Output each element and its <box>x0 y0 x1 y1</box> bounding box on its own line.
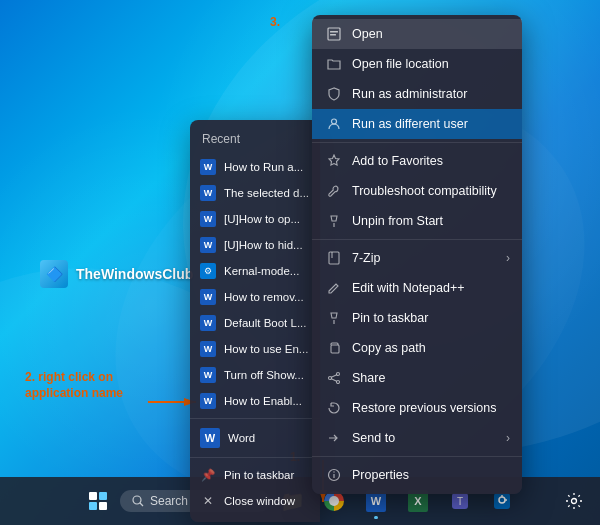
step3-label: 3. <box>270 15 280 31</box>
recent-item[interactable]: W Default Boot L... <box>190 310 320 336</box>
word-icon: W <box>200 315 216 331</box>
zip-icon <box>326 250 342 266</box>
user-icon <box>326 116 342 132</box>
ctx-restore-versions[interactable]: Restore previous versions <box>312 393 522 423</box>
word-icon: W <box>200 289 216 305</box>
pin-to-taskbar-item[interactable]: 📌 Pin to taskbar <box>190 462 320 488</box>
recent-item[interactable]: W [U]How to op... <box>190 206 320 232</box>
svg-point-16 <box>337 373 340 376</box>
taskbar-right <box>558 485 590 517</box>
pin-icon: 📌 <box>200 467 216 483</box>
open-icon <box>326 26 342 42</box>
unpin-icon <box>326 213 342 229</box>
share-icon <box>326 370 342 386</box>
ctx-edit-notepad[interactable]: Edit with Notepad++ <box>312 273 522 303</box>
properties-icon <box>326 467 342 483</box>
copy-icon <box>326 340 342 356</box>
ctx-properties[interactable]: Properties <box>312 460 522 490</box>
svg-text:T: T <box>457 496 463 507</box>
svg-line-25 <box>140 503 143 506</box>
menu-divider <box>312 142 522 143</box>
ctx-run-admin[interactable]: Run as administrator <box>312 79 522 109</box>
windows-start-button[interactable] <box>78 481 118 521</box>
word-icon: W <box>200 393 216 409</box>
svg-point-32 <box>572 499 577 504</box>
svg-point-17 <box>329 377 332 380</box>
folder-icon <box>326 56 342 72</box>
divider <box>190 418 320 419</box>
ctx-run-different-user[interactable]: Run as different user <box>312 109 522 139</box>
brand-name: TheWindowsClub <box>76 266 193 282</box>
recent-panel: Recent W How to Run a... W The selected … <box>190 120 320 522</box>
svg-point-24 <box>133 496 141 504</box>
kernal-icon: ⚙ <box>200 263 216 279</box>
word-pinned-item[interactable]: W Word <box>190 423 320 453</box>
word-icon: W <box>200 211 216 227</box>
menu-divider <box>312 239 522 240</box>
recent-item[interactable]: W The selected d... <box>190 180 320 206</box>
ctx-open-file-location[interactable]: Open file location <box>312 49 522 79</box>
edit-icon <box>326 280 342 296</box>
step2-label: 2. right click on application name <box>25 370 123 401</box>
teams-icon: T <box>450 491 470 511</box>
ctx-unpin-start[interactable]: Unpin from Start <box>312 206 522 236</box>
recent-item[interactable]: ⚙ Kernal-mode... <box>190 258 320 284</box>
taskbar-settings-button[interactable] <box>558 485 590 517</box>
divider <box>190 457 320 458</box>
recent-item[interactable]: W How to Run a... <box>190 154 320 180</box>
photos-icon <box>492 491 512 511</box>
recent-item[interactable]: W Turn off Show... <box>190 362 320 388</box>
svg-point-18 <box>337 381 340 384</box>
svg-line-20 <box>331 379 336 382</box>
svg-rect-9 <box>330 34 336 36</box>
context-menu: Open Open file location Run as administr… <box>312 15 522 494</box>
ctx-7zip[interactable]: 7-Zip › <box>312 243 522 273</box>
recent-header: Recent <box>190 128 320 154</box>
ctx-pin-taskbar[interactable]: Pin to taskbar <box>312 303 522 333</box>
recent-item[interactable]: W [U]How to hid... <box>190 232 320 258</box>
restore-icon <box>326 400 342 416</box>
svg-point-10 <box>332 119 337 124</box>
star-icon <box>326 153 342 169</box>
recent-item[interactable]: W How to use En... <box>190 336 320 362</box>
wrench-icon <box>326 183 342 199</box>
word-icon: W <box>200 159 216 175</box>
svg-rect-15 <box>331 345 339 353</box>
submenu-arrow: › <box>506 251 510 265</box>
ctx-troubleshoot[interactable]: Troubleshoot compatibility <box>312 176 522 206</box>
word-icon: W <box>200 367 216 383</box>
send-icon <box>326 430 342 446</box>
windows-logo <box>89 492 107 510</box>
recent-item[interactable]: W How to remov... <box>190 284 320 310</box>
brand-icon: 🔷 <box>40 260 68 288</box>
word-icon: W <box>200 237 216 253</box>
ctx-share[interactable]: Share <box>312 363 522 393</box>
svg-point-23 <box>333 471 334 472</box>
submenu-arrow: › <box>506 431 510 445</box>
ctx-open[interactable]: Open <box>312 19 522 49</box>
ctx-send-to[interactable]: Send to › <box>312 423 522 453</box>
word-icon-large: W <box>200 428 220 448</box>
search-icon <box>132 495 144 507</box>
ctx-add-favorites[interactable]: Add to Favorites <box>312 146 522 176</box>
close-icon: ✕ <box>200 493 216 509</box>
ctx-copy-path[interactable]: Copy as path <box>312 333 522 363</box>
search-text: Search <box>150 494 188 508</box>
svg-rect-8 <box>330 31 338 33</box>
word-icon: W <box>200 185 216 201</box>
svg-rect-12 <box>329 252 339 264</box>
recent-item[interactable]: W How to Enabl... <box>190 388 320 414</box>
menu-divider <box>312 456 522 457</box>
word-icon: W <box>200 341 216 357</box>
shield-icon <box>326 86 342 102</box>
pin-icon <box>326 310 342 326</box>
settings-icon <box>565 492 583 510</box>
svg-line-19 <box>331 375 336 378</box>
brand-logo: 🔷 TheWindowsClub <box>40 260 193 288</box>
close-window-item[interactable]: ✕ Close window <box>190 488 320 514</box>
